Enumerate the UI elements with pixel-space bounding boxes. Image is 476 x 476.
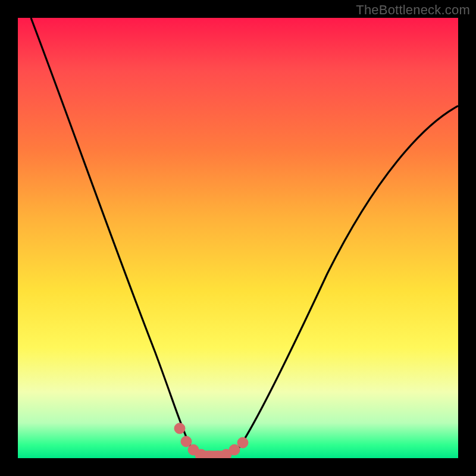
svg-point-0	[174, 423, 185, 434]
svg-point-1	[181, 436, 192, 447]
chart-plot-area	[18, 18, 458, 458]
chart-frame: TheBottleneck.com	[0, 0, 476, 476]
svg-rect-9	[195, 451, 231, 458]
chart-svg	[18, 18, 458, 458]
watermark-text: TheBottleneck.com	[356, 2, 470, 18]
flat-bottom-markers	[174, 423, 248, 458]
svg-point-8	[237, 437, 248, 448]
bottleneck-curve	[31, 18, 458, 457]
